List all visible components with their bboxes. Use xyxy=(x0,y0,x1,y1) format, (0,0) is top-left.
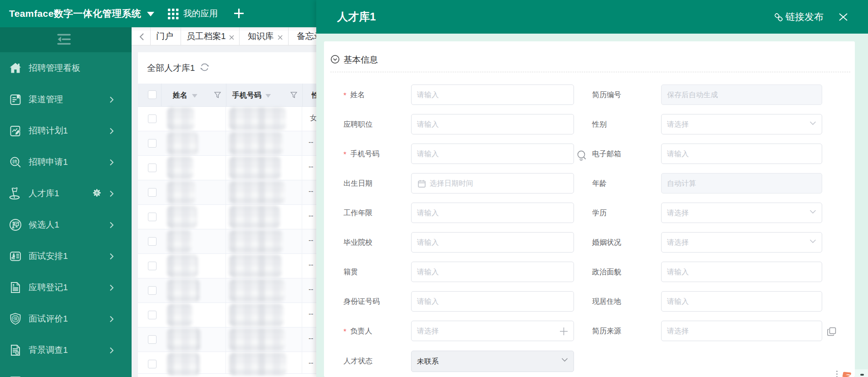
svg-text:聘: 聘 xyxy=(12,159,17,164)
svg-text:保: 保 xyxy=(13,316,18,321)
